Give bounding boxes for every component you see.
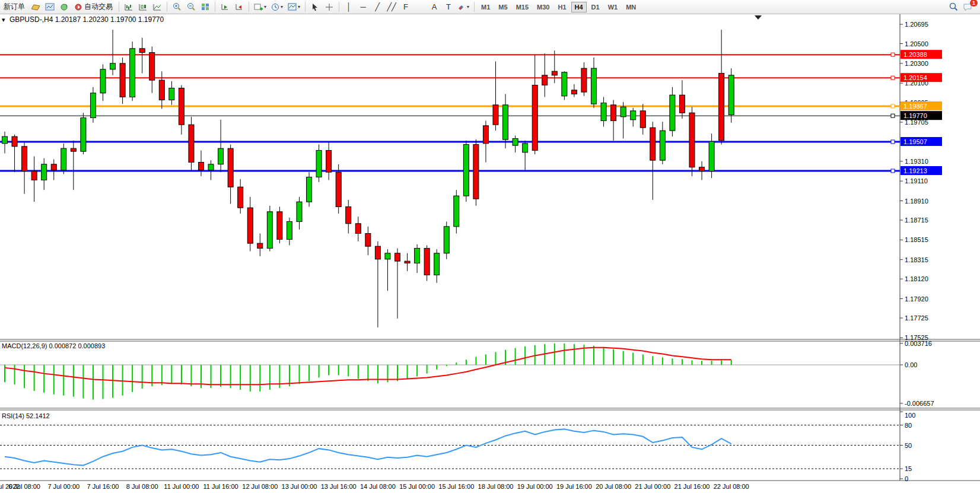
time-axis-label: 18 Jul 08:00	[478, 483, 514, 490]
cursor-icon[interactable]	[308, 1, 322, 13]
candle-up	[523, 144, 528, 152]
horizontal-line-tool-icon[interactable]: ─	[357, 1, 370, 13]
chart-canvas[interactable]: 1.206951.205001.203001.201001.199051.197…	[0, 0, 980, 493]
candlestick-mode-icon[interactable]	[136, 1, 149, 13]
text-tool-icon[interactable]: A	[428, 1, 441, 13]
price-level-badge-label: 1.20388	[903, 51, 927, 58]
candle-up	[631, 111, 636, 120]
new-order-button[interactable]: 新订单	[1, 1, 28, 13]
candle-down	[571, 90, 577, 94]
candle-down	[120, 63, 125, 97]
channel-tool-icon[interactable]: ╱╱	[385, 1, 398, 13]
price-level-badge-label: 1.19213	[903, 167, 927, 174]
level-end-marker	[891, 104, 895, 108]
price-axis-label: 1.20695	[905, 21, 928, 28]
top-toolbar: 新订单 自动交易 ▾ ▾ ▾	[0, 0, 980, 14]
timeframe-h1[interactable]: H1	[554, 2, 569, 12]
timeframe-mn[interactable]: MN	[622, 2, 639, 12]
toolbar-separator	[305, 2, 306, 12]
price-axis-label: 1.20300	[905, 60, 928, 67]
text-tool-icon[interactable]	[413, 1, 427, 13]
rsi-line	[5, 429, 731, 465]
tile-windows-icon[interactable]	[199, 1, 212, 13]
bar-chart-mode-icon[interactable]	[122, 1, 135, 13]
rsi-indicator-label: RSI(14) 52.1412	[2, 412, 50, 419]
macd-axis-label: 0.003716	[905, 340, 932, 347]
line-chart-mode-icon[interactable]	[151, 1, 164, 13]
notifications-icon[interactable]: 1	[961, 1, 974, 13]
periods-icon[interactable]: ▾	[269, 1, 285, 13]
candle-down	[277, 212, 282, 240]
candle-down	[199, 163, 204, 170]
level-end-marker	[891, 140, 895, 144]
timeframe-m30[interactable]: M30	[533, 2, 553, 12]
ticket-icon[interactable]	[29, 1, 42, 13]
candle-down	[650, 128, 656, 160]
candle-down	[395, 253, 400, 261]
label-tool-icon[interactable]: T	[442, 1, 455, 13]
timeframe-w1[interactable]: W1	[604, 2, 622, 12]
toolbar-separator	[339, 2, 339, 12]
macd-axis-label: 0.00	[905, 361, 917, 368]
candle-down	[257, 243, 263, 248]
timeframe-m15[interactable]: M15	[513, 2, 532, 12]
templates-icon[interactable]: ▾	[286, 1, 302, 13]
price-axis-label: 1.19110	[905, 177, 928, 185]
time-axis-label: 21 Jul 00:00	[635, 483, 670, 490]
timeframe-d1[interactable]: D1	[588, 2, 603, 12]
macd-axis-label: -0.006657	[905, 400, 934, 407]
crosshair-icon[interactable]	[323, 1, 336, 13]
charts-window-icon[interactable]	[43, 1, 56, 13]
candle-up	[169, 88, 174, 100]
timeframe-m5[interactable]: M5	[495, 2, 511, 12]
auto-scroll-icon[interactable]	[218, 1, 231, 13]
price-axis-label: 1.18120	[905, 275, 928, 282]
rsi-axis-label: 0	[905, 475, 908, 482]
candle-up	[503, 105, 508, 139]
trendline-tool-icon[interactable]: ╱	[371, 1, 384, 13]
candle-up	[463, 145, 469, 196]
candle-up	[2, 136, 8, 144]
time-axis-label: 13 Jul 16:00	[321, 483, 357, 490]
price-axis-label: 1.17920	[905, 295, 928, 303]
timeframe-h4[interactable]: H4	[571, 2, 587, 12]
candle-up	[287, 222, 292, 240]
search-icon[interactable]	[947, 1, 960, 13]
symbol-dropdown-icon: ▾	[2, 16, 5, 23]
auto-trading-label: 自动交易	[84, 2, 113, 12]
time-axis-label: 22 Jul 08:00	[714, 483, 749, 490]
candle-down	[228, 148, 233, 187]
vertical-line-tool-icon[interactable]: │	[342, 1, 355, 13]
candle-up	[385, 253, 390, 259]
candle-up	[728, 75, 734, 115]
arrows-tool-icon[interactable]: ▾	[456, 1, 471, 13]
dropdown-arrow-icon[interactable]: ▾	[467, 4, 469, 9]
candle-up	[601, 103, 606, 121]
level-end-marker	[891, 76, 895, 79]
candle-up	[621, 107, 626, 117]
dropdown-arrow-icon[interactable]: ▾	[298, 4, 300, 9]
zoom-out-icon[interactable]	[184, 1, 198, 13]
auto-trading-button[interactable]: 自动交易	[72, 1, 116, 13]
candle-up	[513, 139, 518, 146]
price-axis-label: 1.18515	[905, 236, 928, 243]
add-indicator-icon[interactable]: ▾	[252, 1, 268, 13]
candle-up	[660, 131, 665, 160]
dropdown-arrow-icon[interactable]: ▾	[281, 4, 283, 9]
candle-down	[552, 71, 557, 75]
zoom-in-icon[interactable]	[170, 1, 183, 13]
dropdown-arrow-icon[interactable]: ▾	[264, 4, 266, 9]
candle-down	[405, 261, 410, 263]
time-axis-label: 20 Jul 08:00	[596, 483, 631, 490]
time-axis-label: 12 Jul 08:00	[242, 483, 278, 490]
signal-icon[interactable]	[58, 1, 71, 13]
price-axis-label: 1.18315	[905, 256, 928, 263]
candle-down	[375, 246, 380, 259]
fibonacci-tool-icon[interactable]: F	[399, 1, 412, 13]
timeframe-m1[interactable]: M1	[478, 2, 494, 12]
candle-down	[699, 167, 705, 171]
candle-down	[493, 105, 498, 125]
candle-down	[179, 88, 184, 125]
candle-up	[110, 63, 116, 69]
chart-shift-icon[interactable]	[233, 1, 246, 13]
